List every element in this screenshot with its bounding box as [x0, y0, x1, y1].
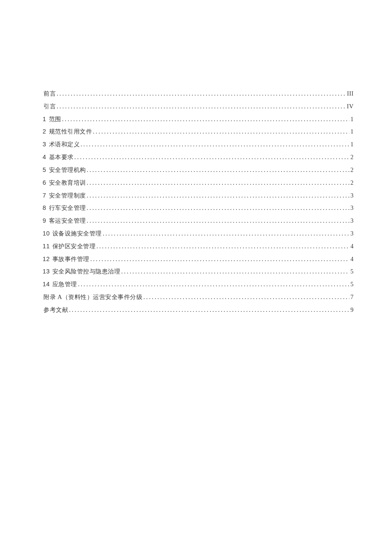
- toc-page-number: 3: [350, 189, 354, 202]
- toc-leader-dots: [87, 189, 350, 202]
- toc-entry: 6 安全教育培训 2: [43, 177, 354, 189]
- toc-entry: 11 保护区安全管理 4: [43, 240, 354, 253]
- toc-leader-dots: [75, 151, 350, 164]
- toc-page-number: 4: [350, 253, 354, 265]
- toc-prefix: 13: [43, 268, 50, 275]
- toc-page-number: 1: [350, 125, 354, 138]
- toc-prefix: 3: [43, 141, 46, 148]
- toc-page-number: 3: [350, 202, 354, 214]
- toc-prefix: 1: [43, 116, 46, 122]
- toc-label: 6 安全教育培训: [43, 177, 86, 189]
- toc-title: 客运安全管理: [49, 217, 86, 224]
- toc-leader-dots: [78, 278, 350, 291]
- toc-title: 规范性引用文件: [49, 128, 92, 135]
- toc-leader-dots: [96, 240, 349, 253]
- toc-page-number: 1: [350, 138, 354, 151]
- toc-entry: 参考文献 9: [43, 304, 354, 317]
- toc-title: 参考文献: [43, 306, 68, 313]
- toc-label: 13 安全风险管控与隐患治理: [43, 265, 120, 278]
- toc-label: 2 规范性引用文件: [43, 125, 92, 138]
- toc-page-number: 7: [350, 291, 354, 303]
- toc-entry: 9 客运安全管理 3: [43, 215, 354, 227]
- toc-leader-dots: [62, 113, 350, 126]
- toc-title: 安全管理机构: [49, 166, 86, 173]
- toc-label: 4 基本要求: [43, 151, 74, 164]
- toc-page-number: 3: [350, 227, 354, 240]
- toc-leader-dots: [81, 138, 349, 151]
- toc-title: 安全教育培训: [49, 179, 86, 186]
- toc-entry: 7 安全管理制度 3: [43, 189, 354, 202]
- toc-title: 附录 A（资料性）运营安全事件分级: [43, 293, 143, 300]
- toc-label: 附录 A（资料性）运营安全事件分级: [43, 291, 143, 304]
- toc-entry: 1 范围 1: [43, 113, 354, 126]
- toc-page-number: III: [347, 87, 354, 100]
- document-page: 前言 III 引言 IV 1 范围 1 2 规范性引用文件 1: [0, 0, 392, 317]
- toc-entry: 14 应急管理 5: [43, 278, 354, 291]
- toc-leader-dots: [87, 177, 350, 189]
- toc-entry: 8 行车安全管理 3: [43, 202, 354, 215]
- toc-prefix: 12: [43, 256, 50, 262]
- toc-entry: 引言 IV: [43, 100, 354, 113]
- toc-label: 11 保护区安全管理: [43, 240, 95, 253]
- toc-label: 5 安全管理机构: [43, 164, 86, 177]
- toc-title: 范围: [49, 116, 61, 122]
- toc-leader-dots: [121, 265, 349, 278]
- toc-prefix: 2: [43, 128, 46, 135]
- toc-prefix: 11: [43, 243, 50, 250]
- toc-prefix: 8: [43, 204, 46, 211]
- toc-prefix: 4: [43, 154, 46, 160]
- toc-leader-dots: [69, 304, 349, 317]
- toc-page-number: 9: [350, 304, 354, 316]
- toc-prefix: 7: [43, 192, 46, 199]
- table-of-contents: 前言 III 引言 IV 1 范围 1 2 规范性引用文件 1: [43, 87, 354, 317]
- toc-page-number: 4: [350, 240, 354, 253]
- toc-prefix: 10: [43, 230, 50, 237]
- toc-leader-dots: [103, 227, 350, 240]
- toc-title: 安全风险管控与隐患治理: [52, 268, 121, 275]
- toc-leader-dots: [144, 291, 350, 304]
- toc-prefix: 5: [43, 166, 46, 173]
- toc-prefix: 14: [43, 281, 50, 288]
- toc-title: 行车安全管理: [49, 204, 86, 211]
- toc-label: 前言: [43, 87, 56, 100]
- toc-page-number: 5: [350, 265, 354, 278]
- toc-page-number: IV: [347, 100, 354, 113]
- toc-entry: 2 规范性引用文件 1: [43, 125, 354, 138]
- toc-title: 术语和定义: [49, 141, 80, 148]
- toc-label: 1 范围: [43, 113, 61, 126]
- toc-leader-dots: [57, 87, 346, 100]
- toc-page-number: 2: [350, 151, 354, 163]
- toc-leader-dots: [87, 215, 350, 227]
- toc-page-number: 1: [350, 113, 354, 125]
- toc-title: 事故事件管理: [52, 256, 89, 262]
- toc-entry: 4 基本要求 2: [43, 151, 354, 164]
- toc-title: 基本要求: [49, 154, 74, 160]
- toc-title: 前言: [43, 90, 56, 97]
- toc-label: 10 设备设施安全管理: [43, 227, 102, 240]
- toc-label: 引言: [43, 100, 56, 113]
- toc-label: 8 行车安全管理: [43, 202, 86, 215]
- toc-leader-dots: [57, 100, 346, 113]
- toc-prefix: 6: [43, 179, 46, 186]
- toc-page-number: 2: [350, 177, 354, 189]
- toc-entry: 10 设备设施安全管理 3: [43, 227, 354, 240]
- toc-entry: 12 事故事件管理 4: [43, 253, 354, 266]
- toc-label: 9 客运安全管理: [43, 215, 86, 227]
- toc-entry: 附录 A（资料性）运营安全事件分级 7: [43, 291, 354, 304]
- toc-title: 设备设施安全管理: [52, 230, 102, 237]
- toc-entry: 前言 III: [43, 87, 354, 100]
- toc-label: 12 事故事件管理: [43, 253, 89, 266]
- toc-title: 保护区安全管理: [52, 243, 96, 250]
- toc-entry: 5 安全管理机构 2: [43, 164, 354, 177]
- toc-prefix: 9: [43, 217, 46, 224]
- toc-page-number: 2: [350, 164, 354, 176]
- toc-page-number: 3: [350, 215, 354, 227]
- toc-label: 14 应急管理: [43, 278, 77, 291]
- toc-label: 参考文献: [43, 304, 68, 317]
- toc-label: 3 术语和定义: [43, 138, 80, 151]
- toc-label: 7 安全管理制度: [43, 189, 86, 202]
- toc-title: 应急管理: [52, 281, 77, 288]
- toc-title: 安全管理制度: [49, 192, 86, 199]
- toc-leader-dots: [90, 253, 350, 266]
- toc-page-number: 5: [350, 278, 354, 291]
